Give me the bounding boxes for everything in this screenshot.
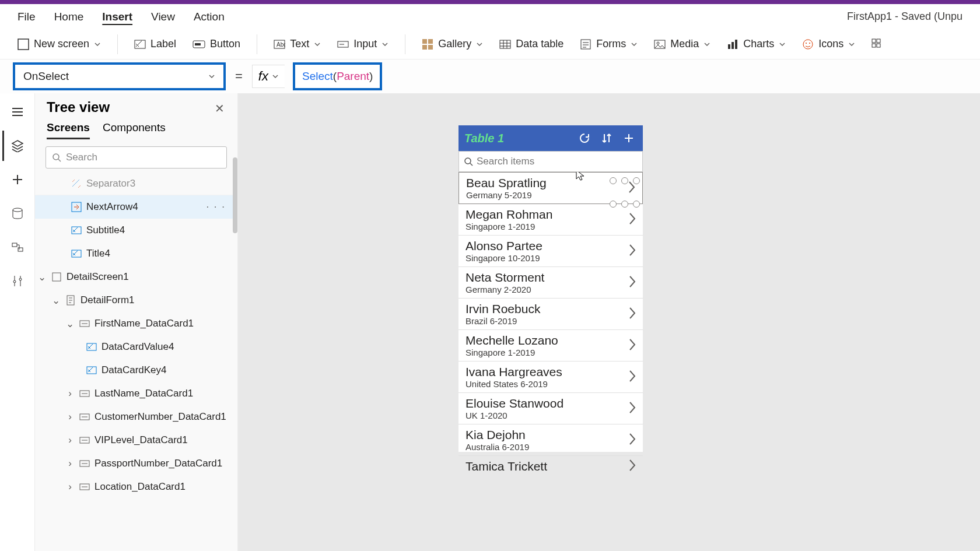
tree-item-label: Separator3: [86, 178, 135, 189]
tree-item-nextarrow[interactable]: NextArrow4 · · ·: [35, 195, 237, 219]
list-item[interactable]: Tamica Trickett: [459, 456, 643, 477]
list-item[interactable]: Mechelle Lozano Singapore 1-2019: [459, 330, 643, 362]
chevron-right-icon[interactable]: ›: [65, 411, 75, 423]
next-arrow[interactable]: [628, 433, 637, 448]
chevron-right-icon: [628, 370, 637, 382]
chevron-right-icon[interactable]: ›: [65, 481, 75, 493]
search-items-input[interactable]: Search items: [459, 151, 643, 172]
list-item[interactable]: Kia Dejohn Australia 6-2019: [459, 424, 643, 456]
tree-item-label: VIPLevel_DataCard1: [94, 434, 188, 446]
menu-insert[interactable]: Insert: [102, 10, 132, 23]
tree-item-detailform[interactable]: ⌄ DetailForm1: [35, 289, 237, 312]
ribbon-forms[interactable]: Forms: [580, 38, 638, 50]
item-name: Ivana Hargreaves: [466, 365, 636, 379]
plus-icon: [11, 173, 24, 186]
tree-item-location-card[interactable]: › Location_DataCard1: [35, 475, 237, 499]
input-icon: [337, 38, 349, 50]
ribbon-charts[interactable]: Charts: [727, 38, 786, 50]
next-arrow[interactable]: [628, 459, 637, 474]
ribbon-text[interactable]: Abc Text: [274, 38, 321, 50]
svg-point-14: [657, 42, 659, 44]
tree-item-datacardvalue[interactable]: DataCardValue4: [35, 335, 237, 359]
menu-home[interactable]: Home: [54, 10, 84, 23]
grid-icon: [872, 38, 883, 50]
list-item[interactable]: Megan Rohman Singapore 1-2019: [459, 204, 643, 236]
tree-item-firstname-card[interactable]: ⌄ FirstName_DataCard1: [35, 312, 237, 335]
refresh-button[interactable]: [576, 130, 593, 146]
tree-item-subtitle[interactable]: Subtitle4: [35, 219, 237, 242]
tree-item-separator[interactable]: Separator3: [35, 172, 237, 195]
chevron-right-icon: [628, 459, 637, 472]
canvas-area[interactable]: Table 1 Search items Beau Spratling Germ…: [238, 93, 980, 551]
next-arrow[interactable]: [628, 212, 637, 227]
chevron-down-icon: [208, 73, 215, 80]
tree-search[interactable]: Search: [46, 146, 227, 169]
item-subtitle: United States 6-2019: [466, 379, 636, 389]
chevron-down-icon: [94, 41, 101, 48]
ribbon-input[interactable]: Input: [337, 38, 388, 50]
chevron-down-icon[interactable]: ⌄: [37, 271, 47, 283]
tree-item-lastname-card[interactable]: › LastName_DataCard1: [35, 382, 237, 405]
database-icon: [11, 207, 24, 220]
rail-tools[interactable]: [2, 266, 33, 296]
rail-hamburger[interactable]: [2, 97, 33, 127]
ribbon-new-screen[interactable]: New screen: [18, 38, 101, 50]
tab-components[interactable]: Components: [103, 121, 166, 139]
rail-media[interactable]: [2, 232, 33, 262]
menu-view[interactable]: View: [151, 10, 175, 23]
next-arrow[interactable]: [627, 181, 636, 196]
data-table-icon: [499, 38, 511, 50]
chevron-down-icon[interactable]: ⌄: [65, 318, 75, 330]
ribbon-gallery[interactable]: Gallery: [422, 38, 483, 50]
list-item[interactable]: Irvin Roebuck Brazil 6-2019: [459, 299, 643, 330]
svg-rect-26: [12, 243, 17, 247]
chevron-right-icon[interactable]: ›: [65, 458, 75, 469]
mouse-cursor: [576, 172, 585, 184]
rail-tree-view[interactable]: [2, 131, 33, 161]
next-arrow[interactable]: [628, 275, 637, 290]
rail-insert[interactable]: [2, 164, 33, 195]
next-arrow[interactable]: [628, 244, 637, 259]
hamburger-icon: [11, 106, 24, 118]
datacard-icon: [79, 412, 90, 422]
chevron-right-icon[interactable]: ›: [65, 434, 75, 446]
tree-item-detailscreen[interactable]: ⌄ DetailScreen1: [35, 265, 237, 289]
next-arrow[interactable]: [628, 338, 637, 353]
list-item[interactable]: Beau Spratling Germany 5-2019: [459, 172, 643, 204]
property-selector[interactable]: OnSelect: [13, 62, 226, 90]
ribbon-icons[interactable]: Icons: [802, 38, 855, 50]
ribbon-label[interactable]: Label: [134, 38, 176, 50]
item-subtitle: Australia 6-2019: [466, 442, 636, 452]
sort-button[interactable]: [598, 130, 615, 146]
tree-item-passportnumber-card[interactable]: › PassportNumber_DataCard1: [35, 452, 237, 475]
tree-item-title[interactable]: Title4: [35, 242, 237, 265]
fx-label[interactable]: fx: [252, 65, 285, 88]
chevron-right-icon[interactable]: ›: [65, 388, 75, 399]
tree-item-datacardkey[interactable]: DataCardKey4: [35, 359, 237, 382]
tree-item-customernumber-card[interactable]: › CustomerNumber_DataCard1: [35, 405, 237, 429]
tree-scrollbar[interactable]: [232, 93, 237, 396]
formula-input[interactable]: Select(Parent): [293, 62, 382, 90]
svg-rect-11: [500, 40, 510, 48]
ribbon-data-table[interactable]: Data table: [499, 38, 564, 50]
chevron-down-icon[interactable]: ⌄: [51, 294, 61, 307]
tree-item-viplevel-card[interactable]: › VIPLevel_DataCard1: [35, 429, 237, 452]
ribbon-more[interactable]: [872, 38, 883, 50]
list-item[interactable]: Elouise Stanwood UK 1-2020: [459, 393, 643, 424]
add-button[interactable]: [621, 130, 637, 146]
scrollbar-thumb[interactable]: [233, 157, 237, 233]
next-arrow[interactable]: [628, 370, 637, 385]
ribbon-media[interactable]: Media: [654, 38, 710, 50]
tab-screens[interactable]: Screens: [47, 121, 90, 139]
menu-action[interactable]: Action: [194, 10, 225, 23]
list-item[interactable]: Ivana Hargreaves United States 6-2019: [459, 362, 643, 393]
rail-data[interactable]: [2, 198, 33, 229]
next-arrow[interactable]: [628, 401, 637, 416]
ribbon-button[interactable]: Button: [192, 38, 240, 50]
next-arrow[interactable]: [628, 307, 637, 322]
list-item[interactable]: Alonso Partee Singapore 10-2019: [459, 236, 643, 267]
menu-file[interactable]: File: [18, 10, 36, 23]
list-item[interactable]: Neta Storment Germany 2-2020: [459, 267, 643, 299]
close-panel-button[interactable]: ✕: [211, 99, 228, 118]
more-options[interactable]: · · ·: [206, 201, 232, 213]
